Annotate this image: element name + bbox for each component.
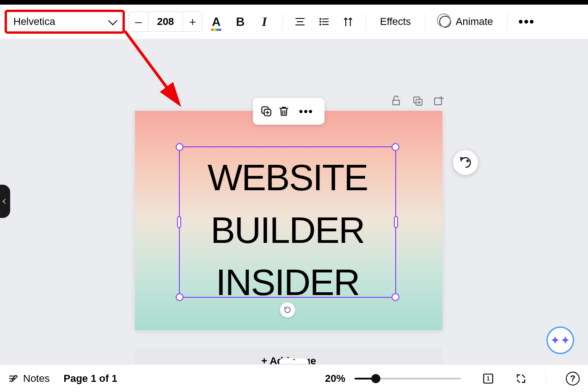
rotate-icon bbox=[283, 306, 292, 314]
duplicate-element-button[interactable] bbox=[260, 105, 272, 117]
help-button[interactable]: ? bbox=[566, 372, 580, 386]
magic-assistant-button[interactable]: ✦✦ bbox=[546, 326, 574, 354]
add-page-icon bbox=[433, 95, 444, 106]
resize-handle-top-right[interactable] bbox=[392, 143, 399, 151]
font-size-input[interactable] bbox=[148, 12, 183, 32]
expand-sidepanel-tab[interactable] bbox=[0, 185, 10, 218]
list-button[interactable] bbox=[314, 12, 334, 32]
lock-button[interactable] bbox=[390, 95, 402, 107]
rotate-handle[interactable] bbox=[280, 302, 295, 318]
svg-point-1 bbox=[319, 21, 321, 23]
resize-handle-right[interactable] bbox=[394, 216, 398, 228]
svg-rect-5 bbox=[435, 98, 441, 105]
align-icon bbox=[294, 16, 306, 27]
notes-button[interactable]: Notes bbox=[8, 373, 49, 385]
fullscreen-button[interactable] bbox=[515, 373, 527, 384]
fullscreen-icon bbox=[515, 373, 527, 384]
copy-icon bbox=[260, 105, 272, 117]
text-color-button[interactable]: A bbox=[206, 12, 227, 32]
text-color-icon: A bbox=[212, 15, 221, 29]
floating-context-toolbar: ••• bbox=[253, 98, 325, 125]
comment-plus-icon bbox=[459, 156, 472, 169]
resize-handle-left[interactable] bbox=[177, 216, 181, 228]
duplicate-icon bbox=[412, 95, 423, 106]
trash-icon bbox=[278, 105, 290, 117]
font-family-selector[interactable]: Helvetica bbox=[5, 10, 125, 34]
animate-icon bbox=[439, 16, 451, 28]
animate-label: Animate bbox=[456, 16, 493, 28]
toolbar-divider bbox=[366, 13, 366, 30]
window-black-bar bbox=[0, 0, 588, 5]
zoom-slider-handle[interactable] bbox=[371, 374, 380, 383]
notes-icon bbox=[8, 374, 18, 384]
zoom-controls: 20% 1 ? bbox=[325, 370, 580, 387]
bold-button[interactable]: B bbox=[230, 12, 251, 32]
grid-icon: 1 bbox=[482, 373, 494, 385]
chevron-down-icon bbox=[108, 16, 117, 25]
resize-handle-bottom-left[interactable] bbox=[176, 293, 184, 301]
toolbar-divider bbox=[507, 13, 508, 30]
spacing-icon bbox=[343, 16, 354, 27]
spacing-button[interactable] bbox=[338, 12, 358, 32]
delete-element-button[interactable] bbox=[278, 105, 290, 117]
svg-text:1: 1 bbox=[487, 375, 490, 382]
italic-button[interactable]: I bbox=[254, 12, 275, 32]
selection-bounding-box bbox=[179, 146, 396, 298]
font-size-group: – + bbox=[129, 12, 202, 32]
resize-handle-bottom-right[interactable] bbox=[392, 293, 399, 301]
expand-bottom-panel-button[interactable]: ⌃ bbox=[279, 358, 309, 364]
sparkle-icon: ✦✦ bbox=[550, 333, 570, 348]
more-options-button[interactable]: ••• bbox=[515, 14, 539, 29]
svg-point-0 bbox=[319, 18, 321, 20]
top-toolbar: Helvetica – + A B I Effects Animate ••• bbox=[0, 5, 588, 39]
decrease-font-button[interactable]: – bbox=[129, 12, 148, 32]
page-indicator[interactable]: Page 1 of 1 bbox=[63, 373, 117, 385]
comment-fab-button[interactable] bbox=[453, 150, 478, 175]
bottombar-divider bbox=[546, 370, 546, 387]
zoom-slider[interactable] bbox=[355, 378, 461, 380]
element-more-button[interactable]: ••• bbox=[295, 105, 317, 118]
zoom-percentage[interactable]: 20% bbox=[325, 373, 345, 385]
bottom-bar: Notes Page 1 of 1 20% 1 ? bbox=[0, 364, 588, 392]
effects-button[interactable]: Effects bbox=[374, 16, 417, 28]
page-controls bbox=[390, 95, 445, 107]
design-canvas[interactable]: WEBSITE BUILDER INSIDER bbox=[135, 111, 442, 330]
resize-handle-top-left[interactable] bbox=[176, 143, 184, 151]
unlock-icon bbox=[391, 95, 402, 106]
canvas-area[interactable]: WEBSITE BUILDER INSIDER ••• + Add page bbox=[0, 39, 588, 364]
toolbar-divider bbox=[425, 13, 425, 30]
svg-point-2 bbox=[319, 24, 321, 25]
alignment-button[interactable] bbox=[290, 12, 310, 32]
toolbar-divider bbox=[282, 13, 282, 30]
add-page-button[interactable] bbox=[433, 95, 445, 107]
duplicate-page-button[interactable] bbox=[411, 95, 423, 107]
notes-label: Notes bbox=[23, 373, 49, 385]
increase-font-button[interactable]: + bbox=[183, 12, 202, 32]
animate-button[interactable]: Animate bbox=[433, 16, 500, 28]
font-family-label: Helvetica bbox=[13, 16, 55, 28]
grid-view-button[interactable]: 1 bbox=[482, 373, 494, 385]
list-icon bbox=[318, 16, 330, 27]
